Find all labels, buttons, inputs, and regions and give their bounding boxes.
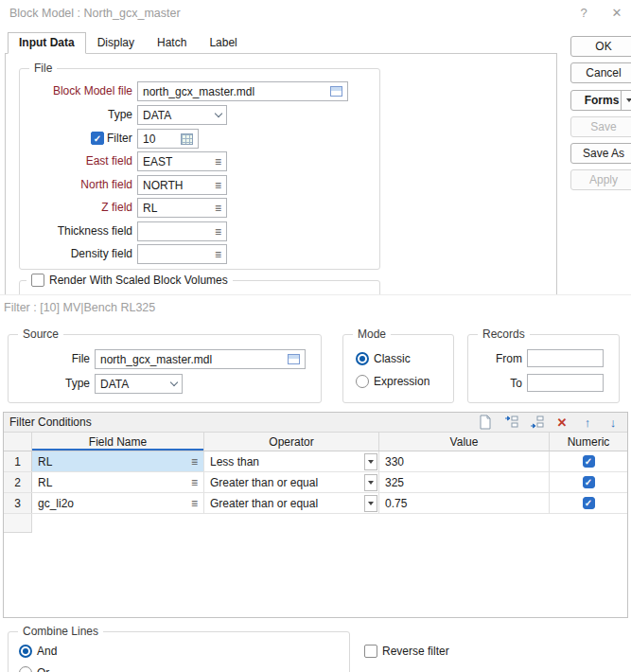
field-name-cell[interactable]: gc_li2o ≡ <box>32 493 204 513</box>
file-group-title: File <box>29 62 57 75</box>
thickness-field-label: Thickness field <box>23 221 132 241</box>
dropdown-button[interactable] <box>364 495 377 512</box>
row-number[interactable]: 2 <box>4 472 32 492</box>
grid-icon[interactable] <box>181 133 193 145</box>
radio-and[interactable] <box>19 645 32 658</box>
row-number[interactable]: 3 <box>4 493 32 513</box>
menu-icon[interactable]: ≡ <box>215 203 221 214</box>
check-icon: ✓ <box>585 498 592 508</box>
row-number[interactable]: 1 <box>4 451 32 471</box>
insert-row-below-icon[interactable] <box>528 414 545 431</box>
chevron-down-icon <box>215 110 222 117</box>
insert-row-above-icon[interactable] <box>502 414 519 431</box>
tab-display[interactable]: Display <box>86 32 146 54</box>
forms-dropdown-button[interactable] <box>621 91 631 110</box>
numeric-header[interactable]: Numeric <box>550 433 627 451</box>
radio-or[interactable] <box>19 666 32 672</box>
z-field-input[interactable]: RL ≡ <box>137 198 227 218</box>
records-to-input[interactable] <box>527 374 604 392</box>
reverse-filter-label: Reverse filter <box>382 645 449 658</box>
radio-expression[interactable] <box>356 375 369 388</box>
mode-expression-option[interactable]: Expression <box>356 375 429 388</box>
filter-conditions-title: Filter Conditions <box>9 416 92 429</box>
combine-and-option[interactable]: And <box>19 645 57 658</box>
filter-number-input[interactable]: 10 <box>137 129 199 149</box>
render-scaled-label: Render With Scaled Block Volumes <box>49 274 228 287</box>
filter-checkbox[interactable]: ✓ <box>91 132 104 145</box>
move-up-icon[interactable]: ↑ <box>579 414 596 431</box>
field-name-header[interactable]: Field Name <box>32 433 204 451</box>
type-label: Type <box>23 105 132 125</box>
dropdown-button[interactable] <box>364 453 377 470</box>
value-cell[interactable]: 330 <box>379 451 550 471</box>
tab-hatch[interactable]: Hatch <box>146 32 198 54</box>
menu-icon[interactable]: ≡ <box>215 180 221 191</box>
menu-icon[interactable]: ≡ <box>191 477 198 488</box>
thickness-field-input[interactable]: ≡ <box>137 221 227 241</box>
mode-classic-option[interactable]: Classic <box>356 352 411 365</box>
menu-icon[interactable]: ≡ <box>215 249 221 260</box>
browse-icon[interactable] <box>288 354 300 364</box>
tab-label[interactable]: Label <box>198 32 248 54</box>
records-to-label: To <box>470 374 522 393</box>
move-down-icon[interactable]: ↓ <box>605 414 622 431</box>
empty-row-header[interactable] <box>4 514 32 533</box>
browse-icon[interactable] <box>330 86 342 97</box>
menu-icon[interactable]: ≡ <box>191 498 198 509</box>
combine-or-option[interactable]: Or <box>19 666 49 672</box>
density-field-input[interactable]: ≡ <box>137 244 227 264</box>
combine-lines-group: Combine Lines <box>8 631 350 672</box>
source-file-input[interactable]: north_gcx_master.mdl <box>95 349 306 369</box>
operator-cell[interactable]: Less than <box>204 451 379 471</box>
operator-value: Less than <box>210 455 259 469</box>
cancel-button[interactable]: Cancel <box>570 62 631 83</box>
save-as-button[interactable]: Save As <box>570 143 631 164</box>
mode-group: Mode <box>342 334 454 403</box>
source-type-select[interactable]: DATA <box>95 374 183 394</box>
radio-classic[interactable] <box>356 352 369 365</box>
numeric-cell: ✓ <box>550 493 627 513</box>
value-text: 330 <box>385 455 404 469</box>
field-name-cell[interactable]: RL ≡ <box>32 451 204 471</box>
menu-icon[interactable]: ≡ <box>191 456 198 468</box>
render-scaled-checkbox[interactable] <box>31 274 44 287</box>
menu-icon[interactable]: ≡ <box>215 226 221 238</box>
close-icon[interactable]: ✕ <box>608 6 625 20</box>
dropdown-arrow-icon <box>626 98 631 102</box>
row-number-header <box>4 433 32 451</box>
numeric-checkbox[interactable]: ✓ <box>583 476 595 488</box>
dropdown-button[interactable] <box>364 474 377 491</box>
table-row: 1 RL ≡ Less than 330 ✓ <box>4 451 627 472</box>
value-cell[interactable]: 0.75 <box>379 493 550 513</box>
ok-button[interactable]: OK <box>570 36 631 57</box>
reverse-filter-checkbox[interactable] <box>364 645 377 658</box>
cancel-button-label: Cancel <box>586 66 621 80</box>
field-name-cell[interactable]: RL ≡ <box>32 472 204 492</box>
north-field-input[interactable]: NORTH ≡ <box>137 175 227 195</box>
records-from-input[interactable] <box>527 349 604 367</box>
table-row: 2 RL ≡ Greater than or equal 325 ✓ <box>4 472 627 493</box>
new-row-icon[interactable] <box>477 414 494 431</box>
tab-input-data[interactable]: Input Data <box>8 32 86 54</box>
east-field-input[interactable]: EAST ≡ <box>137 151 227 171</box>
type-select[interactable]: DATA <box>137 105 227 125</box>
operator-header[interactable]: Operator <box>204 433 379 451</box>
forms-button[interactable]: Forms <box>570 90 631 111</box>
operator-cell[interactable]: Greater than or equal <box>204 472 379 492</box>
delete-rows-icon[interactable]: ✕ <box>553 414 570 431</box>
filter-conditions-toolbar: ✕ ↑ ↓ <box>477 414 622 431</box>
type-value: DATA <box>143 109 216 122</box>
value-header[interactable]: Value <box>379 433 550 451</box>
menu-icon[interactable]: ≡ <box>215 156 221 168</box>
filter-dialog-title: Filter : [10] MV|Bench RL325 <box>4 301 155 314</box>
numeric-checkbox[interactable]: ✓ <box>583 497 595 509</box>
help-icon[interactable]: ? <box>575 6 592 20</box>
operator-cell[interactable]: Greater than or equal <box>204 493 379 513</box>
ok-button-label: OK <box>595 40 611 53</box>
value-cell[interactable]: 325 <box>379 472 550 492</box>
numeric-checkbox[interactable]: ✓ <box>583 455 595 468</box>
source-type-label: Type <box>38 374 90 394</box>
dropdown-arrow-icon <box>368 460 374 464</box>
reverse-filter-option[interactable]: Reverse filter <box>364 645 449 658</box>
block-model-file-input[interactable]: north_gcx_master.mdl <box>137 81 348 101</box>
